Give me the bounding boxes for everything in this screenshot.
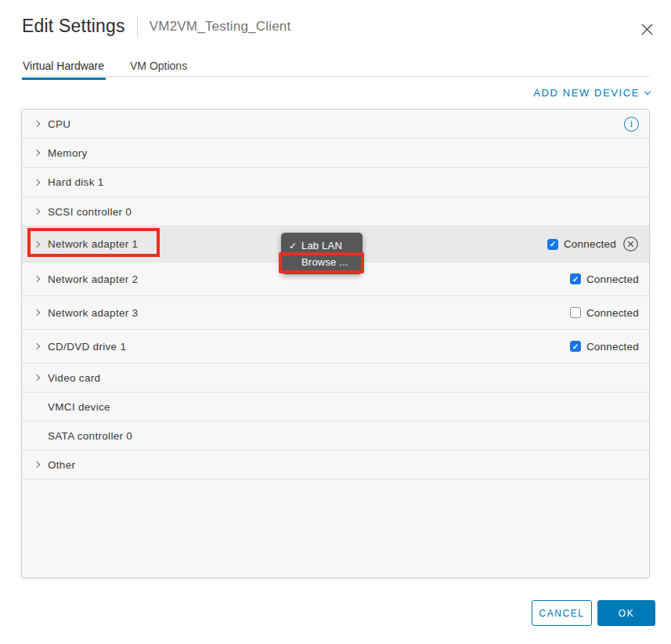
chevron-down-icon [644, 89, 651, 95]
device-row-vmci-device[interactable]: VMCI device [22, 393, 649, 421]
connected-label: Connected [586, 341, 639, 353]
chevron-right-icon[interactable] [33, 242, 41, 247]
device-row-video-card[interactable]: Video card [22, 364, 649, 393]
device-label: Hard disk 1 [48, 176, 104, 188]
device-row-hard-disk-1[interactable]: Hard disk 1 [22, 168, 649, 197]
device-row-network-adapter-3[interactable]: Network adapter 3Connected [22, 296, 649, 330]
page-title: Edit Settings [22, 16, 125, 37]
device-row-other[interactable]: Other [22, 450, 649, 479]
connected-checkbox[interactable]: ✓ [570, 341, 581, 352]
device-label: Memory [48, 147, 88, 159]
tab-vm-options[interactable]: VM Options [130, 60, 187, 80]
check-icon: ✓ [289, 241, 301, 251]
device-label: Video card [48, 372, 100, 384]
connected-checkbox[interactable] [570, 307, 581, 318]
device-row-sata-controller-0[interactable]: SATA controller 0 [22, 421, 649, 450]
device-label: SCSI controller 0 [48, 206, 132, 218]
device-rows: CPUiMemoryHard disk 1SCSI controller 0Ne… [22, 110, 649, 479]
title-divider [137, 16, 138, 37]
chevron-right-icon[interactable] [33, 150, 41, 155]
device-label: Network adapter 1 [48, 238, 138, 250]
disconnect-icon[interactable] [622, 236, 639, 252]
device-label: Other [48, 459, 75, 471]
connected-label: Connected [586, 307, 639, 319]
table-empty-area [22, 479, 649, 577]
chevron-right-icon[interactable] [33, 375, 41, 380]
edit-settings-dialog: Edit Settings VM2VM_Testing_Client Virtu… [0, 0, 671, 644]
connected-label: Connected [564, 238, 616, 250]
chevron-right-icon[interactable] [33, 462, 41, 467]
chevron-right-icon[interactable] [33, 121, 41, 126]
dropdown-item-browse[interactable]: Browse ... [281, 254, 363, 270]
add-new-device-label: ADD NEW DEVICE [533, 87, 640, 99]
device-row-memory[interactable]: Memory [22, 139, 649, 168]
vm-name: VM2VM_Testing_Client [150, 19, 291, 34]
dropdown-item-label: Browse ... [301, 256, 348, 268]
connected-checkbox[interactable]: ✓ [547, 239, 558, 250]
row-actions: i [624, 117, 649, 132]
device-label: Network adapter 3 [48, 307, 138, 319]
cancel-button[interactable]: CANCEL [532, 600, 592, 626]
connected-checkbox[interactable]: ✓ [570, 273, 581, 284]
device-label: SATA controller 0 [48, 430, 132, 442]
tab-virtual-hardware[interactable]: Virtual Hardware [22, 60, 106, 80]
chevron-right-icon[interactable] [33, 209, 41, 214]
row-actions: ✓Connected [570, 273, 649, 285]
chevron-right-icon[interactable] [33, 277, 41, 281]
connected-label: Connected [586, 273, 639, 285]
ok-button[interactable]: OK [597, 600, 655, 626]
device-label: CD/DVD drive 1 [48, 341, 126, 353]
tab-rule [21, 76, 650, 77]
tab-bar: Virtual Hardware VM Options [22, 60, 187, 80]
device-label: VMCI device [48, 401, 110, 413]
close-icon-glyph [640, 23, 654, 36]
chevron-right-icon[interactable] [33, 344, 41, 349]
dropdown-item-label: Lab LAN [301, 240, 342, 251]
network-dropdown: ✓ Lab LAN Browse ... [281, 233, 363, 274]
row-actions: ✓Connected [570, 341, 649, 353]
dropdown-item-lab-lan[interactable]: ✓ Lab LAN [281, 237, 363, 254]
chevron-right-icon[interactable] [33, 310, 41, 315]
close-icon[interactable] [639, 21, 655, 37]
device-row-cpu[interactable]: CPUi [22, 110, 649, 139]
dialog-header: Edit Settings VM2VM_Testing_Client [22, 16, 290, 37]
row-actions: ✓Connected [547, 236, 649, 252]
device-label: CPU [48, 118, 70, 130]
device-row-cd-dvd-drive-1[interactable]: CD/DVD drive 1✓Connected [22, 330, 649, 364]
row-actions: Connected [570, 307, 649, 319]
device-label: Network adapter 2 [48, 273, 138, 285]
device-row-scsi-controller-0[interactable]: SCSI controller 0 [22, 197, 649, 226]
chevron-right-icon[interactable] [33, 180, 41, 185]
device-table: CPUiMemoryHard disk 1SCSI controller 0Ne… [21, 109, 650, 578]
add-new-device-button[interactable]: ADD NEW DEVICE [533, 87, 650, 99]
info-icon[interactable]: i [624, 117, 639, 132]
